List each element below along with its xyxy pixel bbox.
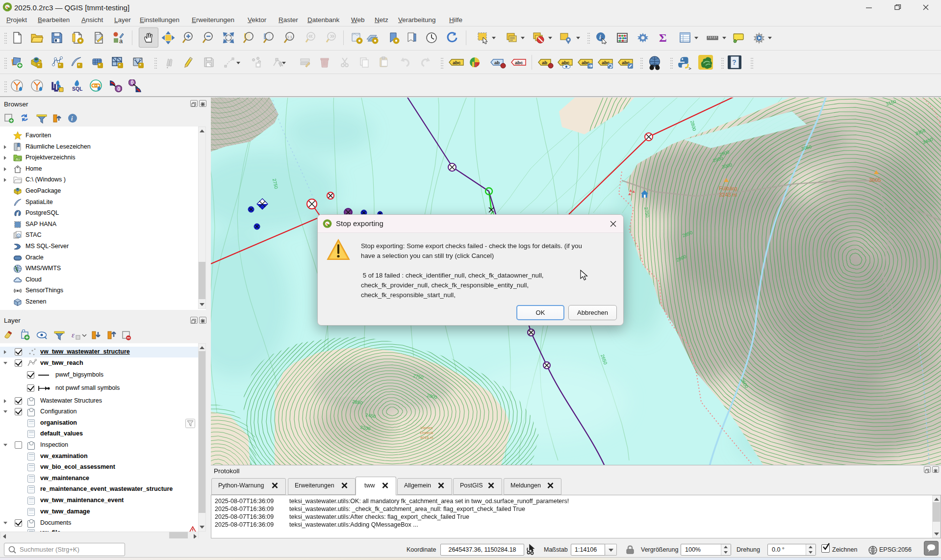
svg-text:*: *: [38, 63, 40, 69]
svg-text:*: *: [99, 63, 101, 69]
svg-text:Fülbärg: Fülbärg: [719, 185, 737, 191]
svg-text:Viertes: Viertes: [421, 426, 433, 430]
svg-text:3605: 3605: [869, 177, 881, 183]
svg-text:4016 m: 4016 m: [420, 435, 433, 440]
svg-text:i: i: [599, 33, 601, 41]
svg-text:3243 m: 3243 m: [719, 192, 737, 198]
svg-text:0: 0: [117, 86, 120, 92]
svg-text:SQL: SQL: [72, 86, 83, 92]
svg-text:*: *: [59, 63, 61, 69]
svg-text:ε: ε: [72, 331, 75, 339]
svg-text:1:1: 1:1: [287, 35, 292, 39]
svg-text:abc: abc: [453, 60, 460, 65]
svg-text:abc: abc: [561, 60, 569, 65]
svg-text:a: a: [119, 37, 123, 44]
svg-text:Σ: Σ: [659, 31, 667, 44]
svg-text:ab: ab: [494, 60, 500, 65]
svg-text:*: *: [119, 63, 121, 69]
svg-text:*: *: [139, 63, 142, 69]
svg-text:*: *: [78, 63, 80, 69]
svg-text:0: 0: [131, 80, 134, 85]
svg-text:ab: ab: [542, 60, 547, 65]
svg-text:Dreieck: Dreieck: [420, 431, 433, 435]
svg-text:abc: abc: [515, 60, 523, 65]
